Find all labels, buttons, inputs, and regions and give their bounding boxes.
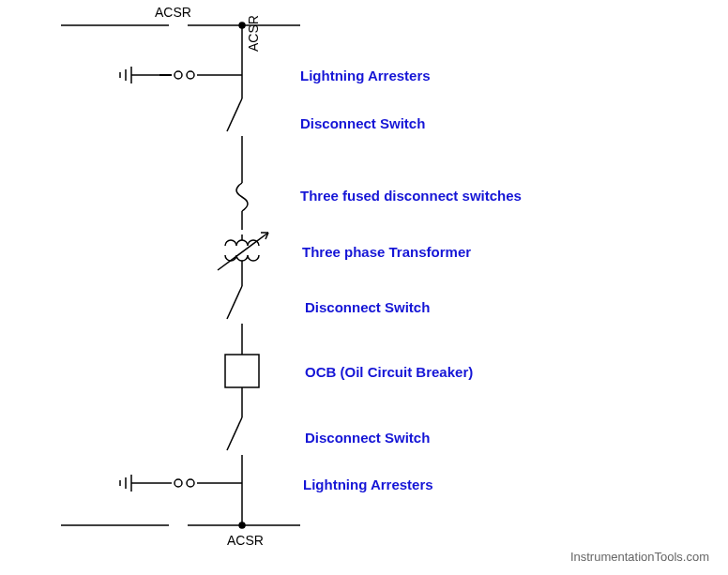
watermark: InstrumentationTools.com	[570, 550, 709, 564]
acsr-label-vertical: ACSR	[246, 15, 261, 52]
svg-point-5	[187, 71, 194, 79]
svg-line-48	[227, 286, 242, 319]
label-disconnect-switch-2: Disconnect Switch	[305, 299, 430, 315]
label-disconnect-switch-1: Disconnect Switch	[300, 115, 425, 131]
svg-line-39	[227, 98, 242, 131]
svg-point-56	[174, 479, 182, 487]
acsr-label-top: ACSR	[155, 5, 191, 20]
label-disconnect-switch-3: Disconnect Switch	[305, 430, 430, 446]
acsr-label-bottom: ACSR	[227, 533, 264, 548]
label-fused-disconnect: Three fused disconnect switches	[300, 188, 522, 204]
svg-rect-50	[225, 355, 259, 387]
label-lightning-arresters-bottom: Lightning Arresters	[303, 477, 433, 492]
svg-line-52	[227, 417, 242, 450]
label-lightning-arresters-top: Lightning Arresters	[300, 68, 431, 83]
svg-point-6	[174, 71, 182, 79]
label-three-phase-transformer: Three phase Transformer	[302, 244, 471, 260]
label-ocb: OCB (Oil Circuit Breaker)	[305, 364, 473, 380]
svg-rect-33	[108, 52, 159, 91]
svg-point-55	[187, 479, 194, 487]
